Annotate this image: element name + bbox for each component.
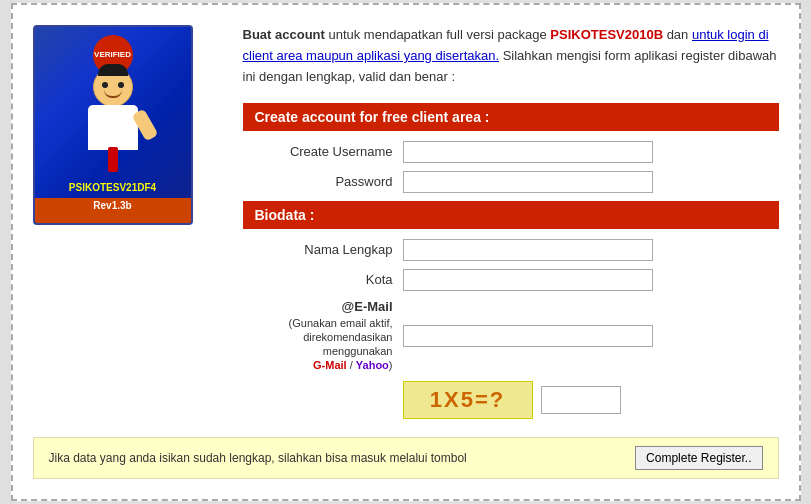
username-input[interactable] xyxy=(403,141,653,163)
email-input[interactable] xyxy=(403,325,653,347)
complete-register-button[interactable]: Complete Register.. xyxy=(635,446,762,470)
captcha-input[interactable] xyxy=(541,386,621,414)
password-label: Password xyxy=(243,174,403,189)
gmail-link: G-Mail xyxy=(313,359,347,371)
nama-input[interactable] xyxy=(403,239,653,261)
footer-message: Jika data yang anda isikan sudah lengkap… xyxy=(49,451,467,465)
section2-header: Biodata : xyxy=(243,201,779,229)
product-version: Rev1.3b xyxy=(35,200,191,211)
section1-header: Create account for free client area : xyxy=(243,103,779,131)
yahoo-link: Yahoo xyxy=(356,359,389,371)
email-label: @E-Mail (Gunakan email aktif, direkomend… xyxy=(243,299,403,373)
kota-input[interactable] xyxy=(403,269,653,291)
kota-row: Kota xyxy=(243,269,779,291)
captcha-text: 1X5=? xyxy=(430,387,505,413)
char-head xyxy=(93,67,133,107)
username-label: Create Username xyxy=(243,144,403,159)
product-label: PSIKOTESV21DF4 xyxy=(35,182,191,193)
right-column: Buat account untuk mendapatkan full vers… xyxy=(243,25,779,426)
char-tie xyxy=(108,147,118,172)
email-row: @E-Mail (Gunakan email aktif, direkomend… xyxy=(243,299,779,373)
nama-row: Nama Lengkap xyxy=(243,239,779,261)
char-body xyxy=(88,105,138,150)
nama-label: Nama Lengkap xyxy=(243,242,403,257)
username-row: Create Username xyxy=(243,141,779,163)
product-character xyxy=(78,67,148,157)
product-name-highlight: PSIKOTESV2010B xyxy=(550,27,663,42)
kota-label: Kota xyxy=(243,272,403,287)
password-row: Password xyxy=(243,171,779,193)
captcha-box: 1X5=? xyxy=(403,381,533,419)
intro-text: Buat account untuk mendapatkan full vers… xyxy=(243,25,779,87)
footer-bar: Jika data yang anda isikan sudah lengkap… xyxy=(33,437,779,479)
product-box: VERIFIED xyxy=(33,25,193,225)
captcha-row: 1X5=? xyxy=(243,381,779,419)
password-input[interactable] xyxy=(403,171,653,193)
content-area: VERIFIED xyxy=(33,25,779,426)
main-container: VERIFIED xyxy=(11,3,801,500)
left-column: VERIFIED xyxy=(33,25,233,426)
intro-bold: Buat account xyxy=(243,27,325,42)
